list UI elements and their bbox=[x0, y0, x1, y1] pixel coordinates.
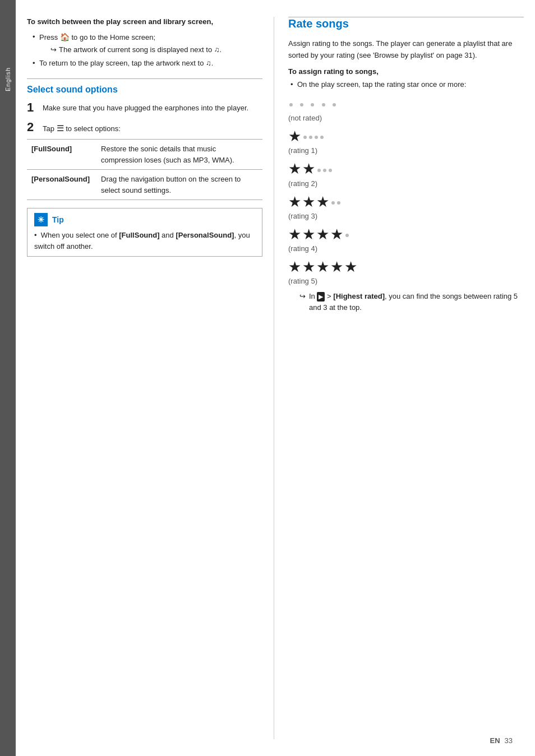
star-2-full-1: ★ bbox=[288, 160, 302, 177]
find-text: In ▶ > [Highest rated], you can find the… bbox=[309, 291, 524, 313]
star-4-full-4: ★ bbox=[330, 226, 344, 243]
tip-personalsound-bold: [PersonalSound] bbox=[176, 231, 234, 239]
intro-sub-1-text: The artwork of current song is displayed… bbox=[59, 44, 222, 55]
tip-bullet: • bbox=[34, 231, 39, 239]
intro-title: To switch between the play screen and li… bbox=[27, 17, 262, 27]
sound-section-title: Select sound options bbox=[27, 85, 262, 95]
music-note-2: ♫ bbox=[206, 58, 211, 69]
find-arrow: ↪ In ▶ > [Highest rated], you can find t… bbox=[288, 291, 524, 313]
arrow-icon-1: ↪ bbox=[50, 44, 57, 55]
tip-label: Tip bbox=[52, 215, 64, 224]
sound-section: Select sound options 1 Make sure that yo… bbox=[27, 85, 262, 257]
rating-stars-1: ★ bbox=[288, 128, 524, 145]
rating-row-5: ★★★★★ (rating 5) bbox=[288, 258, 524, 285]
rating-row-0: (not rated) bbox=[288, 95, 524, 122]
rate-intro-text: Assign rating to the songs. The player c… bbox=[288, 39, 512, 59]
intro-bullet-2-text: To return to the play screen, tap the ar… bbox=[39, 59, 213, 67]
dot2-1 bbox=[303, 136, 307, 139]
dot-1 bbox=[289, 103, 293, 106]
intro-bullet-1-text: Press 🏠 to go to the Home screen; bbox=[39, 33, 155, 41]
rating-label-5: (rating 5) bbox=[288, 277, 524, 285]
step-2-row: 2 Tap ☰ to select options: bbox=[27, 120, 262, 135]
intro-section: To switch between the play screen and li… bbox=[27, 17, 262, 68]
dot-3 bbox=[311, 103, 314, 106]
home-icon: 🏠 bbox=[60, 33, 70, 41]
page: English To switch between the play scree… bbox=[0, 0, 535, 756]
highest-rated-bold: [Highest rated] bbox=[333, 292, 385, 300]
music-note-1: ♫ bbox=[214, 44, 220, 55]
dot3-2 bbox=[323, 169, 326, 172]
rate-songs-title-text: Rate songs bbox=[288, 17, 349, 30]
star-3-full-1: ★ bbox=[288, 193, 302, 210]
sidebar-label: English bbox=[4, 67, 11, 91]
rate-assign-title-text: To assign rating to songs, bbox=[288, 67, 379, 76]
step-1-number: 1 bbox=[27, 100, 37, 115]
footer-page: 33 bbox=[505, 736, 513, 745]
intro-bullets: Press 🏠 to go to the Home screen; ↪ The … bbox=[27, 31, 262, 68]
step-1-row: 1 Make sure that you have plugged the ea… bbox=[27, 100, 262, 115]
dot5-1 bbox=[345, 234, 349, 237]
dot-2 bbox=[300, 103, 303, 106]
star-3-full-2: ★ bbox=[302, 193, 316, 210]
rating-label-1: (rating 1) bbox=[288, 146, 524, 155]
rate-assign-bullet-text: On the play screen, tap the rating star … bbox=[297, 80, 466, 89]
star-1-full-1: ★ bbox=[288, 128, 302, 145]
tip-fullsound-bold: [FullSound] bbox=[119, 231, 159, 239]
dot2-2 bbox=[309, 136, 312, 139]
star-4-full-1: ★ bbox=[288, 226, 302, 243]
tip-header: ✳ Tip bbox=[34, 213, 255, 226]
dot4-2 bbox=[337, 201, 340, 205]
step-2-text: Tap ☰ to select options: bbox=[43, 120, 262, 135]
divider-1 bbox=[27, 78, 262, 79]
tip-icon: ✳ bbox=[34, 213, 48, 226]
left-column: To switch between the play screen and li… bbox=[27, 17, 274, 739]
rating-stars-4: ★★★★ bbox=[288, 226, 524, 243]
options-table: [FullSound] Restore the sonic details th… bbox=[27, 139, 262, 200]
sidebar-tab: English bbox=[0, 0, 16, 756]
dot-5 bbox=[333, 103, 336, 106]
star-5-full-3: ★ bbox=[316, 258, 330, 275]
dot3-1 bbox=[317, 169, 321, 172]
dot2-3 bbox=[315, 136, 318, 139]
rating-row-1: ★ (rating 1) bbox=[288, 128, 524, 155]
option-fullsound-label: [FullSound] bbox=[27, 140, 96, 170]
step-1-text: Make sure that you have plugged the earp… bbox=[43, 100, 262, 114]
rating-label-4: (rating 4) bbox=[288, 244, 524, 253]
star-5-full-1: ★ bbox=[288, 258, 302, 275]
rate-intro: Assign rating to the songs. The player c… bbox=[288, 38, 524, 62]
rating-label-3: (rating 3) bbox=[288, 212, 524, 220]
intro-bullet-2: To return to the play screen, tap the ar… bbox=[33, 58, 262, 69]
star-3-full-3: ★ bbox=[316, 193, 330, 210]
rating-stars-5: ★★★★★ bbox=[288, 258, 524, 276]
star-5-full-2: ★ bbox=[302, 258, 316, 275]
tip-text: When you select one of [FullSound] and [… bbox=[34, 231, 250, 251]
intro-sub-1: ↪ The artwork of current song is display… bbox=[39, 44, 262, 55]
option-personalsound-desc: Drag the navigation button on the screen… bbox=[96, 170, 262, 200]
rating-row-2: ★★ (rating 2) bbox=[288, 160, 524, 187]
dot4-1 bbox=[331, 201, 335, 205]
tip-box: ✳ Tip • When you select one of [FullSoun… bbox=[27, 208, 262, 257]
option-personalsound-label: [PersonalSound] bbox=[27, 170, 96, 200]
rate-assign-title: To assign rating to songs, bbox=[288, 67, 524, 76]
tip-content: • When you select one of [FullSound] and… bbox=[34, 230, 255, 252]
rating-label-0: (not rated) bbox=[288, 114, 524, 122]
arrow-icon-find: ↪ bbox=[299, 291, 306, 302]
star-4-full-2: ★ bbox=[302, 226, 316, 243]
rating-row-4: ★★★★ (rating 4) bbox=[288, 226, 524, 253]
dot-4 bbox=[322, 103, 325, 106]
dot3-3 bbox=[329, 169, 332, 172]
rate-assign-bullet: On the play screen, tap the rating star … bbox=[288, 79, 524, 90]
star-5-full-5: ★ bbox=[344, 258, 358, 275]
rating-stars-2: ★★ bbox=[288, 160, 524, 178]
step-2-number: 2 bbox=[27, 120, 37, 134]
option-fullsound-desc: Restore the sonic details that music com… bbox=[96, 140, 262, 170]
page-footer: EN 33 bbox=[490, 736, 513, 745]
footer-en: EN bbox=[490, 736, 500, 745]
star-5-full-4: ★ bbox=[330, 258, 344, 275]
options-table-body: [FullSound] Restore the sonic details th… bbox=[27, 140, 262, 200]
main-content: To switch between the play screen and li… bbox=[16, 0, 535, 756]
option-row-fullsound: [FullSound] Restore the sonic details th… bbox=[27, 140, 262, 170]
menu-icon: ☰ bbox=[57, 123, 64, 133]
option-row-personalsound: [PersonalSound] Drag the navigation butt… bbox=[27, 170, 262, 200]
star-4-full-3: ★ bbox=[316, 226, 330, 243]
